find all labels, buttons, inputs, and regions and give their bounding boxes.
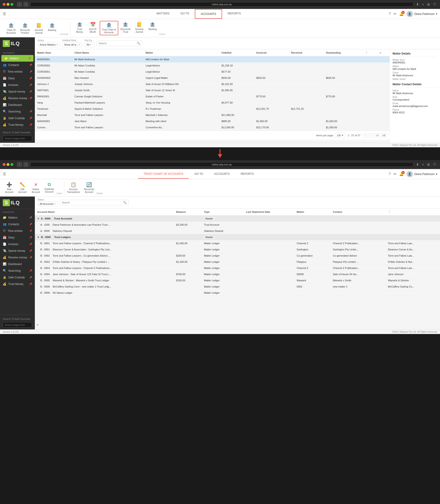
table-row[interactable]: Torahman Sayed & Maher Solicitors R v To… bbox=[35, 106, 390, 112]
sidebar-item-dashboard[interactable]: 📊 Dashboard bbox=[0, 101, 35, 108]
toolbar-reconcile-practice[interactable]: 🏦 ReconcilePractice bbox=[18, 22, 32, 35]
sidebar-item-invoices-2[interactable]: 📄 Invoices 📌 bbox=[0, 241, 35, 247]
close-button[interactable] bbox=[3, 3, 5, 6]
table-row[interactable]: MANN0001 Jack Mann Meeting with client $… bbox=[35, 118, 390, 124]
toolbar-end-of-month[interactable]: 📅 End OfMonth bbox=[86, 21, 99, 35]
sidebar-search-input-2[interactable] bbox=[5, 324, 36, 326]
nav-tab-goto-2[interactable]: GO TO bbox=[189, 170, 208, 179]
sidebar-item-contacts[interactable]: 👥 Contacts 📌 bbox=[0, 62, 35, 68]
sidebar-item-dashboard-2[interactable]: 📊 Dashboard bbox=[0, 261, 35, 267]
toolbar-general-journal[interactable]: 📒 GeneralJournal bbox=[32, 22, 45, 35]
forward-button[interactable]: › bbox=[23, 2, 28, 7]
nav-tab-reports-2[interactable]: REPORTS bbox=[235, 170, 260, 179]
sidebar-item-safe[interactable]: 🔒 Safe Custody 📌 bbox=[0, 115, 35, 122]
sidebar-item-invoices[interactable]: 📄 Invoices 📌 bbox=[0, 82, 35, 88]
table-row[interactable]: B - 0002 Torre and Fallow Lawyers : Co-g… bbox=[35, 253, 440, 259]
table-row[interactable]: B - 0001 Torre and Fallow Lawyers : Chan… bbox=[35, 240, 440, 246]
sidebar-item-searching-2[interactable]: 🔍 Searching 📌 bbox=[0, 267, 35, 274]
status-filter-select[interactable]: All Accounts ▾ bbox=[38, 201, 57, 206]
sidebar-item-time-2[interactable]: ⏱ Time entries 📌 bbox=[0, 228, 35, 234]
sidebar-item-matters-2[interactable]: 📁 Matters 📌 bbox=[0, 214, 35, 221]
minimize-button[interactable] bbox=[7, 3, 9, 6]
edit-icon-2[interactable]: ✏ bbox=[394, 172, 397, 176]
toolbar-reconcile-trust[interactable]: 🏦 ReconcileTrust bbox=[119, 21, 132, 35]
table-row[interactable]: PARK0001 Cannan Goight Solicitors Estate… bbox=[35, 94, 390, 100]
search-to-add-favourite-2[interactable]: Search To Add Favourite bbox=[3, 317, 32, 321]
forward-button-2[interactable]: › bbox=[23, 162, 28, 167]
back-button[interactable]: ‹ bbox=[17, 2, 22, 7]
share-icon[interactable]: ⬆ bbox=[415, 2, 420, 7]
notification-icon-2[interactable]: 🔔 0 bbox=[399, 172, 404, 176]
table-row[interactable]: A - 1000 Diana Parkinson & Associates La… bbox=[35, 222, 440, 228]
toolbar-chart-of-accounts[interactable]: 🏦 Chart OfAccounts bbox=[5, 22, 18, 35]
table-row[interactable]: Johnson J Joseph Johnson Sale of house 2… bbox=[35, 81, 390, 87]
bookmark-icon[interactable]: + bbox=[421, 2, 425, 7]
privacy-icon-2[interactable]: 🛡 bbox=[432, 162, 437, 167]
search-to-add-favourite[interactable]: Search To Add Favourite bbox=[3, 130, 32, 135]
active-filter-select[interactable]: Active Matters ▾ bbox=[38, 42, 60, 47]
nav-tab-accounts[interactable]: ACCOUNTS bbox=[195, 9, 222, 19]
table-row[interactable]: B - 0003 Torre and Fallow Lawyers : Chan… bbox=[35, 265, 440, 271]
toolbar-duplicate-account[interactable]: ⧉ DuplicateAccount bbox=[43, 181, 56, 194]
user-dropdown-icon-2[interactable]: ▾ bbox=[436, 173, 437, 176]
table-row[interactable]: B - 0004 Jane Johnson : Sale of House 12… bbox=[35, 271, 440, 277]
notification-icon[interactable]: 🔔 0 bbox=[399, 12, 404, 16]
toolbar-banking-trust[interactable]: 🏦 Banking bbox=[146, 21, 159, 35]
main-search-input[interactable] bbox=[98, 42, 136, 45]
share-icon-2[interactable]: ⬆ bbox=[415, 162, 420, 167]
sidebar-item-time[interactable]: ⏱ Time entries 📌 bbox=[0, 68, 35, 75]
table-row[interactable]: B - 0006 McCaffery Garling Conn : new ma… bbox=[35, 284, 440, 290]
table-row[interactable]: B - 9999 Nil Values Ledger Matter Ledger bbox=[35, 290, 440, 296]
hamburger-menu[interactable]: ☰ bbox=[3, 12, 6, 16]
sidebar-item-diary-2[interactable]: 📅 Diary 📌 bbox=[0, 234, 35, 241]
table-row[interactable]: Marshall Torre and Fallow Lawyers Marsha… bbox=[35, 112, 390, 118]
window-icon-2[interactable]: ⊞ bbox=[426, 162, 431, 167]
sidebar-item-receive[interactable]: 💰 Receive money 📌 bbox=[0, 95, 35, 101]
unbilled-filter-select[interactable]: Show all w... ▾ bbox=[62, 42, 82, 47]
last-page-button[interactable]: ▷| bbox=[381, 133, 387, 137]
coa-search-input[interactable] bbox=[62, 201, 122, 204]
table-row[interactable]: HOWA0003 Max Howard Urgent Legal Matter … bbox=[35, 75, 390, 81]
nav-tab-trust-coa[interactable]: TRUST CHART OF ACCOUNTS bbox=[138, 170, 189, 179]
sidebar-item-trust[interactable]: 💰 Trust Money 📌 bbox=[0, 122, 35, 128]
table-row[interactable]: CORD0002 Mr Adam Cordoba Legal Advice $1… bbox=[35, 63, 390, 69]
table-row[interactable]: A - 9000 Statutory Deposit Statutory Dep… bbox=[35, 228, 440, 234]
table-row[interactable]: ▼ A - 0000 Trust Accounts Header bbox=[35, 215, 440, 222]
toolbar-trust-chart-accounts[interactable]: 🏦 Trust Chart ofAccounts bbox=[100, 21, 118, 35]
sidebar-item-trust-2[interactable]: 💰 Trust Money 📌 bbox=[0, 281, 35, 287]
help-icon[interactable]: ? bbox=[389, 12, 391, 16]
toolbar-account-transactions[interactable]: 📋 AccountTransactions bbox=[65, 181, 82, 194]
first-page-button[interactable]: |◁ bbox=[363, 133, 368, 137]
prev-page-button[interactable]: ◁ bbox=[369, 133, 374, 137]
maximize-button-2[interactable] bbox=[11, 163, 13, 166]
url-bar-1[interactable]: online.silq.com.au bbox=[30, 2, 413, 7]
table-row[interactable]: SMIT0001 Joseph Smith Sale of house 12 J… bbox=[35, 87, 390, 94]
toolbar-trust-money[interactable]: 🏦 TrustMoney bbox=[73, 21, 86, 35]
sidebar-item-contacts-2[interactable]: 👥 Contacts 📌 bbox=[0, 221, 35, 228]
nav-tab-reports[interactable]: REPORTS bbox=[222, 9, 246, 19]
toolbar-new-account[interactable]: ➕ NewAccount bbox=[3, 181, 15, 194]
back-button-2[interactable]: ‹ bbox=[17, 162, 22, 167]
sidebar-item-receive-2[interactable]: 💰 Receive money 📌 bbox=[0, 254, 35, 261]
url-bar-2[interactable]: online.silq.com.au bbox=[30, 162, 413, 167]
bookmark-icon-2[interactable]: + bbox=[421, 162, 425, 167]
fee-filter-select[interactable]: All ▾ bbox=[84, 42, 95, 47]
nav-tab-accounts-2[interactable]: ACCOUNTS bbox=[209, 170, 235, 179]
sidebar-item-searching[interactable]: 🔍 Searching 📌 bbox=[0, 108, 35, 115]
toolbar-general-journal-trust[interactable]: 📒 GeneralJournal bbox=[133, 21, 146, 35]
coa-search-icon[interactable]: 🔍 bbox=[123, 201, 126, 204]
table-row[interactable]: Vang Packard Alderheid Lawyers Vang: re:… bbox=[35, 100, 390, 106]
sidebar-item-diary[interactable]: 📅 Diary 📌 bbox=[0, 75, 35, 82]
toolbar-edit-account[interactable]: ✏️ EditAccount bbox=[16, 181, 29, 194]
toolbar-delete-account[interactable]: ✕ DeleteAccount bbox=[29, 181, 42, 194]
table-row[interactable]: B - 0001 Eleanour Carver & Associates : … bbox=[35, 246, 440, 253]
hamburger-menu-2[interactable]: ☰ bbox=[3, 172, 6, 176]
table-row[interactable]: B - 0005 Warwick & Stricker : Warwick v … bbox=[35, 277, 440, 284]
sidebar-item-matters[interactable]: 📁 Matters 📌 bbox=[1, 55, 33, 62]
nav-tab-goto[interactable]: GO TO bbox=[175, 9, 195, 19]
sidebar-search-input[interactable] bbox=[5, 137, 36, 140]
sidebar-item-spend-2[interactable]: 💸 Spend money 📌 bbox=[0, 247, 35, 254]
privacy-icon[interactable]: 🛡 bbox=[432, 2, 437, 7]
user-dropdown-icon[interactable]: ▾ bbox=[436, 12, 437, 15]
help-icon-2[interactable]: ? bbox=[389, 172, 391, 176]
